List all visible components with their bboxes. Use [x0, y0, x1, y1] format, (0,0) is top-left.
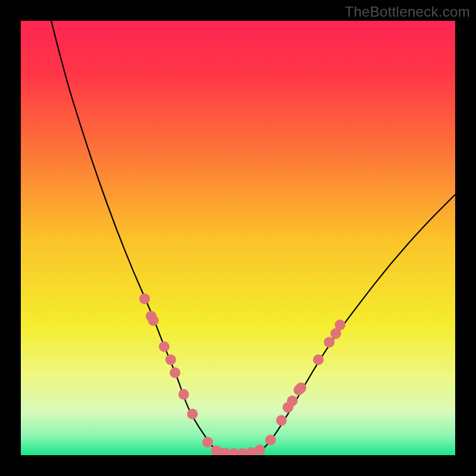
data-marker — [313, 354, 324, 365]
chart-frame: TheBottleneck.com — [0, 0, 476, 476]
data-marker — [324, 337, 334, 347]
data-marker — [159, 342, 170, 352]
data-marker — [255, 444, 265, 455]
data-marker — [139, 293, 150, 304]
plot-area — [21, 21, 455, 455]
data-marker — [296, 383, 306, 393]
data-marker — [287, 396, 298, 406]
data-marker — [170, 367, 180, 378]
data-marker — [187, 409, 198, 419]
data-marker — [335, 320, 346, 330]
chart-svg — [21, 21, 455, 455]
watermark-text: TheBottleneck.com — [345, 4, 470, 20]
data-marker — [265, 434, 276, 445]
data-marker — [148, 315, 159, 326]
data-marker — [178, 389, 189, 400]
gradient-backdrop — [21, 21, 455, 455]
data-marker — [276, 415, 287, 426]
data-marker — [165, 354, 176, 365]
data-marker — [202, 437, 213, 447]
